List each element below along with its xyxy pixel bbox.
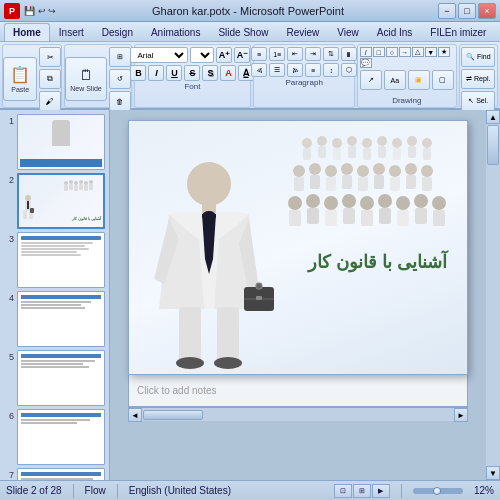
slide-canvas[interactable]: آشنایی با قانون کار: [128, 120, 468, 375]
align-center-button[interactable]: ☰: [269, 63, 285, 77]
svg-point-20: [317, 136, 327, 146]
replace-button[interactable]: ⇌ Repl.: [461, 69, 495, 89]
scroll-left-button[interactable]: ◄: [128, 408, 142, 422]
font-color-button[interactable]: A: [220, 65, 236, 81]
numbering-button[interactable]: 1≡: [269, 47, 285, 61]
shape-star[interactable]: ★: [438, 47, 450, 57]
scroll-thumb[interactable]: [487, 125, 499, 165]
zoom-slider[interactable]: [413, 488, 463, 494]
cut-button[interactable]: ✂: [39, 47, 61, 67]
horizontal-scrollbar[interactable]: ◄ ►: [128, 407, 468, 421]
shape-more[interactable]: ▼: [425, 47, 437, 57]
layout-button[interactable]: ⊞: [109, 47, 131, 67]
increase-indent-button[interactable]: ⇥: [305, 47, 321, 61]
slide-preview-4[interactable]: [17, 291, 105, 347]
shapes-grid: / □ ○ → △ ▼ ★ 💬: [360, 47, 454, 68]
reset-button[interactable]: ↺: [109, 69, 131, 89]
tab-view[interactable]: View: [328, 23, 368, 41]
svg-rect-23: [333, 148, 341, 160]
slide-thumb-2[interactable]: 2: [4, 173, 105, 229]
find-button[interactable]: 🔍 Find: [461, 47, 495, 67]
slide-thumb-5[interactable]: 5: [4, 350, 105, 406]
line-spacing-button[interactable]: ↕: [323, 63, 339, 77]
slideshow-button[interactable]: ▶: [372, 484, 390, 498]
close-button[interactable]: ×: [478, 3, 496, 19]
slide-preview-6[interactable]: [17, 409, 105, 465]
font-size-select[interactable]: 14: [190, 47, 214, 63]
svg-point-8: [84, 181, 88, 185]
maximize-button[interactable]: □: [458, 3, 476, 19]
shadow-button[interactable]: S: [202, 65, 218, 81]
text-direction-button[interactable]: ⇅: [323, 47, 339, 61]
status-sep-1: [73, 484, 74, 498]
paste-button[interactable]: 📋 Paste: [3, 57, 37, 101]
strikethrough-button[interactable]: S: [184, 65, 200, 81]
bold-button[interactable]: B: [130, 65, 146, 81]
tab-fileminimizer[interactable]: FILEn imizer: [421, 23, 495, 41]
slide-number-5: 5: [4, 350, 14, 362]
zoom-thumb[interactable]: [433, 487, 441, 495]
h-scroll-thumb[interactable]: [143, 410, 203, 420]
zoom-level: 12%: [474, 485, 494, 496]
scroll-right-button[interactable]: ►: [454, 408, 468, 422]
minimize-button[interactable]: −: [438, 3, 456, 19]
shape-outline-button[interactable]: ▢: [432, 70, 454, 90]
arrange-button[interactable]: ↗: [360, 70, 382, 90]
delete-slide-button[interactable]: 🗑: [109, 91, 131, 111]
slide-preview-5[interactable]: [17, 350, 105, 406]
font-family-select[interactable]: Arial: [130, 47, 188, 63]
tab-review[interactable]: Review: [277, 23, 328, 41]
slide-sorter-button[interactable]: ⊞: [353, 484, 371, 498]
select-button[interactable]: ↖ Sel.: [461, 91, 495, 111]
shape-tri[interactable]: △: [412, 47, 424, 57]
quick-styles-button[interactable]: Aa: [384, 70, 406, 90]
svg-rect-75: [179, 307, 201, 362]
shape-line[interactable]: /: [360, 47, 372, 57]
format-painter-button[interactable]: 🖌: [39, 91, 61, 111]
slide-thumb-7[interactable]: 7: [4, 468, 105, 480]
slide-thumb-1[interactable]: 1: [4, 114, 105, 170]
tab-home[interactable]: Home: [4, 23, 50, 41]
notes-area[interactable]: Click to add notes: [128, 375, 468, 407]
slide-preview-3[interactable]: [17, 232, 105, 288]
copy-button[interactable]: ⧉: [39, 69, 61, 89]
slide-thumb-3[interactable]: 3: [4, 232, 105, 288]
tab-insert[interactable]: Insert: [50, 23, 93, 41]
slide-preview-1[interactable]: [17, 114, 105, 170]
window-controls[interactable]: − □ ×: [438, 3, 496, 19]
scroll-down-button[interactable]: ▼: [486, 466, 500, 480]
shape-rect[interactable]: □: [373, 47, 385, 57]
align-left-button[interactable]: ⫷: [251, 63, 267, 77]
new-slide-button[interactable]: 🗒 New Slide: [65, 57, 107, 101]
slide-thumb-4[interactable]: 4: [4, 291, 105, 347]
svg-point-6: [79, 180, 83, 184]
clipboard-content: 📋 Paste ✂ ⧉ 🖌: [3, 47, 61, 111]
vertical-scrollbar[interactable]: ▲ ▼: [486, 110, 500, 480]
underline-button[interactable]: U: [166, 65, 182, 81]
slide-preview-2[interactable]: آشنایی با قانون کار: [17, 173, 105, 229]
decrease-indent-button[interactable]: ⇤: [287, 47, 303, 61]
scroll-up-button[interactable]: ▲: [486, 110, 500, 124]
align-right-button[interactable]: ⫸: [287, 63, 303, 77]
shape-callout[interactable]: 💬: [360, 58, 372, 68]
normal-view-button[interactable]: ⊡: [334, 484, 352, 498]
tab-design[interactable]: Design: [93, 23, 142, 41]
slide-preview-7[interactable]: [17, 468, 105, 480]
font-shrink-button[interactable]: A⁻: [234, 47, 250, 63]
font-grow-button[interactable]: A⁺: [216, 47, 232, 63]
shape-arrow[interactable]: →: [399, 47, 411, 57]
tab-slideshow[interactable]: Slide Show: [209, 23, 277, 41]
shape-circle[interactable]: ○: [386, 47, 398, 57]
tab-animations[interactable]: Animations: [142, 23, 209, 41]
shape-fill-button[interactable]: ▣: [408, 70, 430, 90]
svg-rect-21: [318, 146, 326, 158]
smartart-button[interactable]: ⬡: [341, 63, 357, 77]
slide-thumb-6[interactable]: 6: [4, 409, 105, 465]
align-columns-button[interactable]: ⫼: [341, 47, 357, 61]
justify-button[interactable]: ≡: [305, 63, 321, 77]
tab-acidins[interactable]: Acid Ins: [368, 23, 422, 41]
font-content: Arial 14 A⁺ A⁻ B I U S S A A̲: [130, 47, 254, 81]
bullets-button[interactable]: ≡: [251, 47, 267, 61]
italic-button[interactable]: I: [148, 65, 164, 81]
svg-rect-69: [415, 208, 427, 224]
